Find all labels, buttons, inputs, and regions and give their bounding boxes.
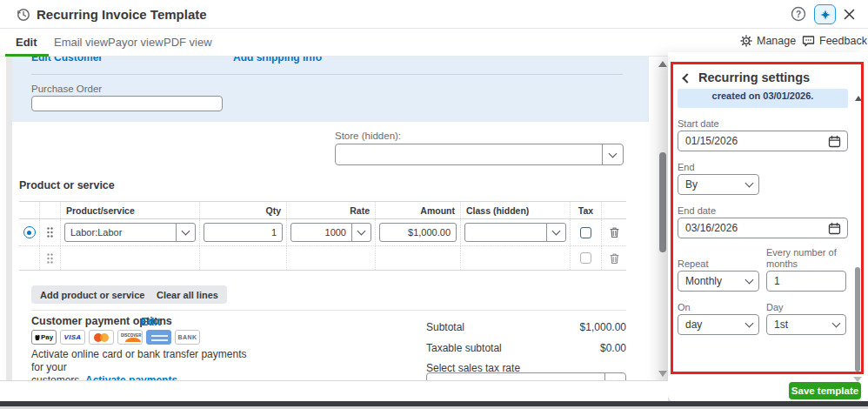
end-select[interactable]: By xyxy=(678,174,759,195)
chevron-down-icon[interactable] xyxy=(546,224,565,241)
manage-button[interactable]: Manage xyxy=(740,35,796,47)
product-section-title: Product or service xyxy=(19,179,115,191)
payment-method-badges: Pay VISA DISCOVER BANK xyxy=(31,330,200,345)
end-date-label: End date xyxy=(678,205,716,216)
add-shipping-info-link[interactable]: Add shipping info xyxy=(233,57,322,64)
feedback-button[interactable]: Feedback xyxy=(802,35,867,47)
end-date-value: 03/16/2026 xyxy=(678,222,828,234)
panel-scrollbar-thumb[interactable] xyxy=(855,267,860,372)
history-icon[interactable] xyxy=(16,7,30,22)
on-value: day xyxy=(678,318,739,331)
start-date-input[interactable]: 01/15/2026 xyxy=(678,131,848,151)
recurring-settings-title: Recurring settings xyxy=(698,70,810,84)
chevron-down-icon xyxy=(739,183,758,186)
save-template-button[interactable]: Save template xyxy=(789,382,861,399)
apple-pay-label: Pay xyxy=(41,333,53,341)
clear-lines-label: Clear all lines xyxy=(157,290,218,300)
repeat-value: Monthly xyxy=(678,275,739,287)
tab-payor-view[interactable]: Payor view xyxy=(108,36,164,49)
tax-checkbox[interactable] xyxy=(580,227,591,238)
bank-badge: BANK xyxy=(175,330,200,345)
class-select[interactable] xyxy=(464,223,566,242)
mastercard-badge xyxy=(89,330,114,345)
left-scroll-track[interactable] xyxy=(6,57,12,380)
header-divider xyxy=(31,74,623,75)
on-select[interactable]: day xyxy=(678,314,759,335)
tax-checkbox[interactable] xyxy=(580,252,591,264)
drag-handle-icon[interactable] xyxy=(47,253,53,264)
echeck-card-badge xyxy=(146,330,171,345)
purchase-order-input[interactable] xyxy=(31,96,223,111)
product-service-select[interactable]: Labor:Labor xyxy=(64,223,196,242)
start-date-label: Start date xyxy=(678,118,719,129)
apple-pay-badge: Pay xyxy=(31,330,57,345)
end-date-input[interactable]: 03/16/2026 xyxy=(678,218,848,238)
row-target-icon[interactable] xyxy=(23,226,36,238)
drag-handle-icon[interactable] xyxy=(47,227,53,238)
purchase-order-label: Purchase Order xyxy=(31,84,102,94)
assistant-sparkle-icon[interactable] xyxy=(814,4,836,24)
edit-customer-link[interactable]: Edit Customer xyxy=(31,57,103,64)
calendar-icon[interactable] xyxy=(828,135,841,148)
section-divider xyxy=(31,310,626,311)
main-scrollbar-thumb[interactable] xyxy=(659,152,666,252)
rate-select[interactable]: 1000 xyxy=(290,223,371,242)
end-label: End xyxy=(678,162,695,172)
store-label: Store (hidden): xyxy=(335,131,401,141)
tab-email-view[interactable]: Email view xyxy=(54,36,108,49)
scroll-up-arrow[interactable] xyxy=(658,61,667,67)
rate-value: 1000 xyxy=(291,227,351,238)
visa-label: VISA xyxy=(64,333,82,341)
repeat-label: Repeat xyxy=(678,258,708,269)
on-label: On xyxy=(678,302,691,312)
tab-pdf-view[interactable]: PDF view xyxy=(164,36,212,49)
tab-edit[interactable]: Edit xyxy=(16,36,37,49)
page-title: Recurring Invoice Template xyxy=(37,7,207,22)
close-icon[interactable] xyxy=(841,6,857,22)
panel-scroll-up-arrow[interactable] xyxy=(855,96,862,101)
end-value: By xyxy=(678,178,739,191)
chevron-down-icon[interactable] xyxy=(602,144,623,164)
every-number-input[interactable] xyxy=(766,271,846,292)
trash-icon[interactable] xyxy=(609,226,620,238)
manage-label: Manage xyxy=(757,35,796,47)
col-rate: Rate xyxy=(287,202,376,218)
help-icon[interactable]: ? xyxy=(791,6,806,22)
trash-icon[interactable] xyxy=(609,252,620,265)
scroll-down-arrow[interactable] xyxy=(658,371,667,377)
discover-badge: DISCOVER xyxy=(117,330,143,345)
gear-icon xyxy=(740,35,752,47)
chevron-down-icon xyxy=(826,323,845,326)
day-select[interactable]: 1st xyxy=(766,314,846,335)
payment-edit-link[interactable]: Edit xyxy=(141,316,161,328)
title-bar: Recurring Invoice Template ? xyxy=(0,0,868,29)
speech-bubble-icon xyxy=(802,35,815,47)
amount-input[interactable] xyxy=(379,223,457,242)
table-row-empty xyxy=(19,246,626,271)
clear-all-lines-button[interactable]: Clear all lines xyxy=(148,285,227,304)
chevron-down-icon[interactable] xyxy=(176,224,195,241)
subtotal-label: Subtotal xyxy=(426,321,464,333)
line-items-table: Product/service Qty Rate Amount Class (h… xyxy=(19,201,626,271)
every-number-label: Every number of months xyxy=(766,247,846,270)
store-select[interactable] xyxy=(335,144,624,165)
table-row: Labor:Labor 1000 xyxy=(19,219,626,246)
footer-bar xyxy=(0,380,668,401)
col-tax: Tax xyxy=(571,202,602,218)
qty-input[interactable] xyxy=(204,223,283,242)
repeat-select[interactable]: Monthly xyxy=(678,271,759,292)
day-value: 1st xyxy=(767,318,826,331)
svg-text:?: ? xyxy=(796,10,801,19)
chevron-down-icon[interactable] xyxy=(351,224,371,241)
col-amount: Amount xyxy=(376,202,461,218)
calendar-icon[interactable] xyxy=(828,222,841,235)
day-label: Day xyxy=(766,302,784,312)
start-date-value: 01/15/2026 xyxy=(678,135,828,147)
feedback-label: Feedback xyxy=(819,35,867,47)
recurring-invoice-window: Recurring Invoice Template ? Edit Email … xyxy=(0,0,868,409)
subtotal-value: $1,000.00 xyxy=(487,321,626,333)
invoice-header-section: Edit Customer Add shipping info Purchase… xyxy=(12,57,649,122)
created-info-text: created on 03/01/2026. xyxy=(678,91,848,101)
add-product-label: Add product or service xyxy=(31,290,153,300)
col-class: Class (hidden) xyxy=(461,202,571,218)
